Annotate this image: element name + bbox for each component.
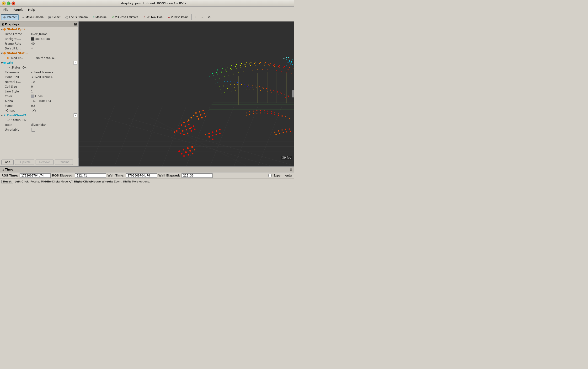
- toolbar-2d-nav-goal-button[interactable]: ↗ 2D Nav Goal: [141, 14, 165, 20]
- tree-grid[interactable]: ▼ Grid ✓: [0, 61, 78, 65]
- pose-estimate-icon: ↗: [111, 15, 114, 19]
- svg-point-169: [288, 57, 289, 58]
- svg-point-233: [271, 113, 272, 114]
- tree-unreliable-row[interactable]: Unreliable: [0, 127, 78, 132]
- title-bar: – □ × display_point_cloud_ROS1.rviz* - R…: [0, 0, 294, 7]
- svg-point-71: [215, 79, 215, 80]
- svg-point-29: [265, 62, 266, 63]
- svg-point-67: [274, 66, 275, 67]
- svg-point-120: [220, 90, 221, 90]
- minimize-button[interactable]: –: [2, 1, 6, 5]
- toolbar-focus-camera-button[interactable]: ◎ Focus Camera: [63, 14, 90, 20]
- pose-estimate-label: 2D Pose Estimate: [115, 16, 138, 19]
- tree-fixed-frame-error[interactable]: Fixed Fr... No tf data. A...: [0, 56, 78, 61]
- rename-display-button[interactable]: Rename: [55, 160, 73, 165]
- tree-global-status[interactable]: ▼ Global Stat...: [0, 51, 78, 56]
- svg-point-74: [229, 75, 229, 75]
- grid-status-arrow[interactable]: ›: [7, 66, 8, 69]
- viewport[interactable]: 39 fps: [79, 21, 294, 166]
- reset-button[interactable]: Reset: [1, 180, 13, 184]
- tree-background-row[interactable]: Backgrou... 48; 48; 48: [0, 37, 78, 41]
- toolbar-measure-button[interactable]: ≡ Measure: [90, 14, 109, 20]
- tree-alpha-row[interactable]: Alpha 160; 160; 164: [0, 99, 78, 103]
- pointcloud2-checkbox[interactable]: ✓: [73, 113, 77, 117]
- experimental-checkbox[interactable]: [268, 174, 272, 177]
- toolbar-remove-display-button[interactable]: −: [199, 15, 205, 20]
- focus-camera-icon: ◎: [65, 15, 68, 19]
- grid-checkbox[interactable]: ✓: [73, 61, 77, 65]
- global-options-arrow[interactable]: ▼: [1, 28, 3, 31]
- toolbar-interact-button[interactable]: ⊕ Interact: [1, 14, 19, 20]
- tree-grid-status[interactable]: › ✓ Status: Ok: [0, 65, 78, 70]
- svg-point-147: [246, 90, 246, 90]
- background-swatch[interactable]: [31, 37, 34, 41]
- tree-fixed-frame-row[interactable]: Fixed Frame livox_frame: [0, 32, 78, 37]
- svg-point-106: [241, 84, 242, 85]
- grid-arrow[interactable]: ▼: [1, 62, 3, 64]
- duplicate-display-button[interactable]: Duplicate: [15, 160, 34, 165]
- point-cloud-canvas[interactable]: [79, 21, 294, 166]
- grid-color-key: Color: [5, 95, 31, 98]
- viewport-resize-handle[interactable]: [292, 90, 294, 97]
- remove-display-button[interactable]: Remove: [36, 160, 53, 165]
- toolbar-move-camera-button[interactable]: ↔ Move Camera: [19, 14, 46, 20]
- svg-point-180: [182, 130, 183, 132]
- toolbar-select-button[interactable]: ▣ Select: [46, 14, 62, 20]
- tree-grid-color-row[interactable]: Color Lines: [0, 94, 78, 99]
- tree-plane-row[interactable]: Plane 0.5: [0, 103, 78, 108]
- tree-cell-size-row[interactable]: Cell Size 0: [0, 84, 78, 89]
- svg-point-160: [286, 59, 287, 60]
- pointcloud2-arrow[interactable]: ▼: [1, 114, 3, 117]
- menu-panels[interactable]: Panels: [11, 7, 26, 12]
- title-bar-buttons[interactable]: – □ ×: [2, 1, 15, 5]
- pointcloud2-status-arrow[interactable]: ›: [7, 119, 8, 122]
- tree-plane-cells-row[interactable]: Plane Cell... <Fixed Frame>: [0, 75, 78, 80]
- interact-icon: ⊕: [3, 15, 6, 19]
- svg-point-87: [291, 73, 291, 73]
- tree-line-style-row[interactable]: Line Style 1: [0, 89, 78, 94]
- tree-reference-frame-row[interactable]: Reference... <Fixed Frame>: [0, 70, 78, 75]
- tree-global-options[interactable]: ▼ Global Opti...: [0, 27, 78, 32]
- svg-point-198: [205, 134, 206, 135]
- svg-point-119: [288, 95, 288, 96]
- svg-point-72: [219, 78, 220, 78]
- wall-time-label: Wall Time:: [107, 174, 124, 177]
- close-button[interactable]: ×: [11, 1, 15, 5]
- global-status-arrow[interactable]: ▼: [1, 52, 3, 55]
- menu-help[interactable]: Help: [26, 7, 38, 12]
- svg-point-54: [213, 75, 213, 75]
- toolbar-publish-point-button[interactable]: ● Publish Point: [166, 14, 190, 20]
- displays-tree[interactable]: ▼ Global Opti... Fixed Frame livox_frame…: [0, 27, 78, 158]
- tree-pointcloud2-status[interactable]: › ✓ Status: Ok: [0, 118, 78, 123]
- maximize-button[interactable]: □: [7, 1, 10, 5]
- svg-point-155: [275, 93, 275, 94]
- svg-point-158: [285, 97, 286, 98]
- toolbar-add-display-button[interactable]: +: [193, 15, 199, 20]
- remove-display-icon: −: [202, 16, 203, 19]
- tree-normal-c-row[interactable]: Normal C... 10: [0, 80, 78, 84]
- svg-point-22: [232, 65, 232, 66]
- toolbar-settings-button[interactable]: ⚙: [206, 15, 213, 20]
- time-panel-expand[interactable]: ⊞: [290, 168, 293, 172]
- svg-point-85: [281, 71, 282, 72]
- unreliable-checkbox[interactable]: [31, 128, 35, 132]
- toolbar-2d-pose-button[interactable]: ↗ 2D Pose Estimate: [109, 14, 140, 20]
- add-display-button[interactable]: Add: [1, 160, 14, 165]
- panel-pin-button[interactable]: ⊞: [74, 22, 77, 26]
- tree-default-light-row[interactable]: Default Li... ✓: [0, 46, 78, 51]
- tree-framerate-row[interactable]: Frame Rate 40: [0, 41, 78, 46]
- tree-topic-row[interactable]: Topic /livox/lidar: [0, 123, 78, 127]
- svg-point-204: [193, 115, 194, 116]
- tree-pointcloud2[interactable]: ▼ ✦ PointCloud2 ✓: [0, 113, 78, 118]
- status-hint-text: Left-Click: Rotate. Middle-Click: Move X…: [15, 180, 150, 183]
- tree-offset-row[interactable]: › Offset XY: [0, 108, 78, 113]
- offset-arrow[interactable]: ›: [5, 109, 6, 112]
- svg-point-258: [178, 151, 180, 152]
- svg-point-132: [263, 88, 264, 89]
- grid-color-swatch[interactable]: [31, 95, 34, 98]
- svg-point-77: [243, 72, 243, 72]
- menu-file[interactable]: File: [1, 7, 11, 12]
- svg-point-78: [248, 71, 248, 71]
- svg-point-128: [249, 87, 249, 87]
- svg-point-51: [283, 67, 284, 68]
